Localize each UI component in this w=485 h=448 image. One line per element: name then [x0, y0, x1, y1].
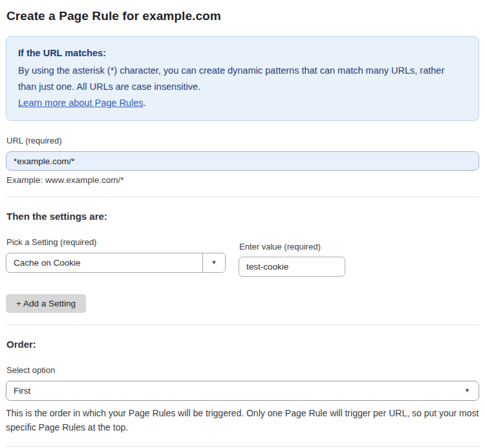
url-field-label: URL (required) — [6, 136, 479, 145]
order-selected-value: First — [14, 386, 30, 396]
enter-value-label: Enter value (required) — [239, 242, 345, 251]
settings-section-heading: Then the settings are: — [6, 211, 479, 222]
divider-settings-order — [6, 325, 479, 325]
url-input[interactable] — [6, 151, 479, 171]
order-section-heading: Order: — [6, 339, 479, 350]
info-box-body: By using the asterisk (*) character, you… — [18, 63, 458, 95]
link-period: . — [143, 98, 146, 108]
caret-down-icon: ▼ — [211, 260, 217, 266]
create-page-rule-form: Create a Page Rule for example.com If th… — [0, 0, 485, 448]
info-box-link-line: Learn more about Page Rules. — [18, 95, 467, 111]
divider-url-settings — [6, 197, 479, 197]
pick-setting-dropdown[interactable]: Cache on Cookie ▼ — [6, 253, 226, 273]
page-title: Create a Page Rule for example.com — [6, 9, 479, 23]
pick-setting-dropdown-arrow-button[interactable]: ▼ — [202, 253, 225, 272]
info-box-heading: If the URL matches: — [18, 45, 467, 61]
order-select[interactable]: First ▼ — [6, 381, 479, 401]
pick-setting-label: Pick a Setting (required) — [6, 237, 226, 247]
url-helper-text: Example: www.example.com/* — [6, 175, 479, 185]
learn-more-link[interactable]: Learn more about Page Rules — [18, 98, 143, 108]
order-help-text: This is the order in which your Page Rul… — [6, 406, 479, 434]
pick-setting-column: Pick a Setting (required) Cache on Cooki… — [6, 237, 226, 273]
url-match-info-box: If the URL matches: By using the asteris… — [6, 36, 479, 121]
setting-value-input[interactable] — [239, 257, 345, 277]
setting-row: Pick a Setting (required) Cache on Cooki… — [6, 237, 479, 277]
enter-value-column: Enter value (required) — [239, 242, 345, 277]
divider-footer — [6, 446, 479, 447]
pick-setting-selected-value: Cache on Cookie — [6, 253, 202, 272]
order-select-label: Select option — [6, 365, 479, 375]
add-setting-button[interactable]: + Add a Setting — [6, 294, 86, 313]
chevron-down-icon: ▼ — [464, 388, 470, 394]
